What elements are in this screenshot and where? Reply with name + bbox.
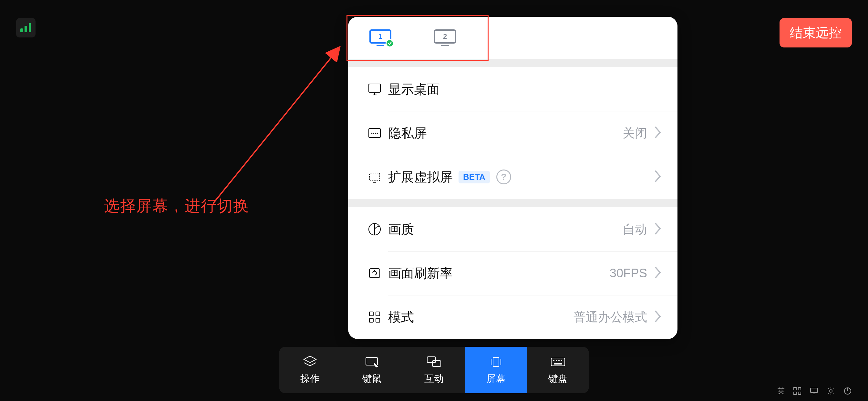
svg-line-0	[213, 48, 339, 204]
chat-icon	[425, 355, 443, 369]
svg-rect-25	[794, 392, 796, 395]
toolbar-keyboard[interactable]: 键盘	[527, 347, 589, 393]
screen-tab-2[interactable]: 2	[413, 17, 477, 59]
svg-rect-10	[376, 312, 380, 316]
row-mode[interactable]: 模式 普通办公模式	[348, 295, 678, 339]
status-tray: 英	[778, 386, 852, 396]
screen-settings-panel: 1 2 显示桌面 隐私屏 关闭	[348, 17, 678, 339]
toolbar-interact[interactable]: 互动	[403, 347, 465, 393]
grid-status-icon[interactable]	[793, 387, 802, 395]
screen-selector-tabs: 1 2	[348, 17, 678, 59]
svg-rect-24	[798, 388, 801, 390]
panel-divider	[348, 199, 678, 207]
row-privacy-screen[interactable]: 隐私屏 关闭	[348, 111, 678, 155]
row-value: 关闭	[623, 125, 647, 142]
screens-icon	[487, 355, 505, 369]
toolbar-ops[interactable]: 操作	[279, 347, 341, 393]
privacy-icon	[361, 125, 388, 141]
power-status-icon[interactable]	[843, 387, 852, 395]
svg-rect-4	[369, 128, 380, 137]
row-value: 自动	[623, 221, 647, 238]
svg-rect-5	[369, 173, 380, 181]
chevron-right-icon	[654, 222, 662, 236]
toolbar-label: 操作	[300, 372, 320, 385]
signal-strength-badge[interactable]	[16, 18, 35, 37]
panel-divider	[348, 59, 678, 67]
signal-icon	[20, 23, 31, 32]
svg-rect-12	[376, 318, 380, 322]
svg-point-29	[830, 390, 832, 392]
toolbar-km[interactable]: 键鼠	[341, 347, 403, 393]
chevron-right-icon	[654, 266, 662, 280]
gear-status-icon[interactable]	[827, 387, 835, 395]
keyboard-icon	[549, 355, 567, 369]
screen-tab-1[interactable]: 1	[348, 17, 413, 59]
row-label: 扩展虚拟屏	[388, 168, 453, 186]
svg-rect-14	[427, 357, 436, 363]
svg-rect-11	[369, 318, 373, 322]
svg-rect-27	[810, 388, 817, 393]
row-value: 30FPS	[610, 266, 647, 280]
refresh-icon	[361, 266, 388, 281]
annotation-caption: 选择屏幕，进行切换	[104, 196, 249, 216]
svg-rect-15	[432, 361, 441, 366]
chevron-right-icon	[654, 170, 662, 184]
row-label: 显示桌面	[388, 81, 440, 98]
toolbar-label: 互动	[424, 372, 444, 385]
layers-icon	[301, 355, 319, 369]
virtual-screen-icon	[361, 169, 388, 185]
chevron-right-icon	[654, 310, 662, 324]
row-show-desktop[interactable]: 显示桌面	[348, 67, 678, 111]
row-label: 画面刷新率	[388, 265, 453, 282]
toolbar-label: 键鼠	[362, 372, 382, 385]
svg-rect-1	[369, 84, 380, 92]
monitor-status-icon[interactable]	[810, 387, 818, 395]
row-fps[interactable]: 画面刷新率 30FPS	[348, 251, 678, 295]
row-quality[interactable]: 画质 自动	[348, 207, 678, 251]
row-label: 隐私屏	[388, 124, 427, 142]
beta-badge: BETA	[459, 171, 490, 183]
row-value: 普通办公模式	[574, 309, 647, 326]
help-icon[interactable]: ?	[496, 169, 511, 184]
svg-rect-9	[369, 312, 373, 316]
active-check-icon	[385, 39, 394, 48]
svg-rect-13	[366, 358, 377, 365]
bottom-toolbar: 操作 键鼠 互动 屏幕 键盘	[279, 347, 589, 393]
desktop-icon	[361, 81, 388, 97]
toolbar-label: 屏幕	[486, 372, 506, 385]
chevron-right-icon	[654, 126, 662, 140]
row-label: 模式	[388, 308, 414, 326]
row-virtual-screen[interactable]: 扩展虚拟屏 BETA ?	[348, 155, 678, 199]
monitor-1-icon: 1	[369, 29, 392, 46]
monitor-2-icon: 2	[434, 29, 456, 46]
toolbar-screen[interactable]: 屏幕	[465, 347, 527, 393]
svg-rect-26	[798, 392, 801, 395]
end-remote-button[interactable]: 结束远控	[779, 18, 852, 48]
row-label: 画质	[388, 220, 414, 238]
mouse-keyboard-icon	[363, 355, 381, 369]
svg-rect-23	[794, 388, 796, 390]
grid-icon	[361, 309, 388, 325]
ime-indicator[interactable]: 英	[778, 386, 785, 396]
quality-icon	[361, 221, 388, 237]
svg-rect-17	[551, 358, 565, 366]
toolbar-label: 键盘	[548, 372, 568, 385]
svg-rect-16	[493, 358, 499, 366]
